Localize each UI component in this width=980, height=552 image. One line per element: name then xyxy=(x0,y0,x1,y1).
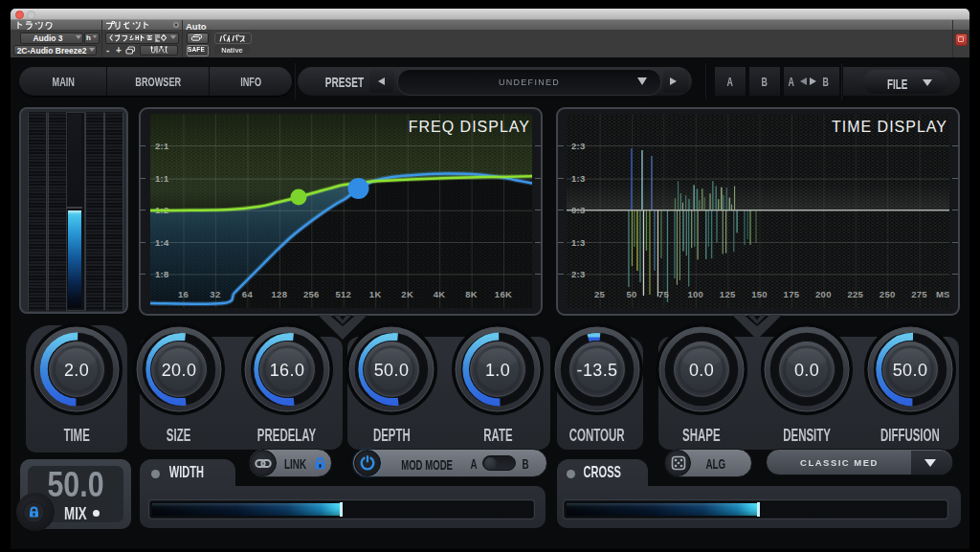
svg-text:16.0: 16.0 xyxy=(270,361,305,380)
svg-text:0.0: 0.0 xyxy=(689,361,714,380)
svg-text:2K: 2K xyxy=(401,289,413,299)
svg-text:25: 25 xyxy=(594,289,606,299)
svg-text:2.0: 2.0 xyxy=(64,361,89,380)
svg-text:100: 100 xyxy=(687,289,703,299)
svg-text:256: 256 xyxy=(303,289,320,299)
svg-text:0.0: 0.0 xyxy=(794,361,819,380)
svg-text:150: 150 xyxy=(751,289,768,299)
svg-text:2:1: 2:1 xyxy=(155,141,169,151)
svg-text:2:3: 2:3 xyxy=(571,269,586,279)
svg-text:1K: 1K xyxy=(369,289,382,299)
svg-text:TIME DISPLAY: TIME DISPLAY xyxy=(832,119,947,135)
svg-text:75: 75 xyxy=(658,289,670,299)
svg-text:1:3: 1:3 xyxy=(571,237,586,248)
svg-text:8K: 8K xyxy=(465,289,478,299)
svg-text:1:8: 1:8 xyxy=(155,269,169,279)
svg-text:1:3: 1:3 xyxy=(571,173,586,184)
svg-text:32: 32 xyxy=(210,289,220,299)
svg-text:4K: 4K xyxy=(434,289,446,299)
svg-text:125: 125 xyxy=(720,289,736,299)
svg-text:0:3: 0:3 xyxy=(571,205,586,215)
svg-text:128: 128 xyxy=(272,289,288,299)
svg-text:-13.5: -13.5 xyxy=(576,361,617,380)
svg-text:FREQ DISPLAY: FREQ DISPLAY xyxy=(409,119,530,135)
svg-text:64: 64 xyxy=(242,289,254,299)
svg-text:1:4: 1:4 xyxy=(155,237,169,248)
svg-text:225: 225 xyxy=(847,289,863,299)
svg-text:50.0: 50.0 xyxy=(374,361,410,380)
svg-text:MS: MS xyxy=(936,289,949,299)
svg-text:16: 16 xyxy=(178,289,189,299)
svg-text:512: 512 xyxy=(335,289,351,299)
svg-text:16K: 16K xyxy=(495,289,512,299)
svg-text:1:1: 1:1 xyxy=(155,173,169,184)
svg-text:250: 250 xyxy=(880,289,896,299)
svg-text:275: 275 xyxy=(911,289,927,299)
svg-text:2:3: 2:3 xyxy=(571,141,586,151)
svg-text:1.0: 1.0 xyxy=(485,361,510,380)
svg-text:175: 175 xyxy=(784,289,800,299)
svg-text:200: 200 xyxy=(815,289,832,299)
svg-text:50: 50 xyxy=(626,289,636,299)
svg-text:20.0: 20.0 xyxy=(162,361,197,380)
svg-text:50.0: 50.0 xyxy=(893,361,928,380)
